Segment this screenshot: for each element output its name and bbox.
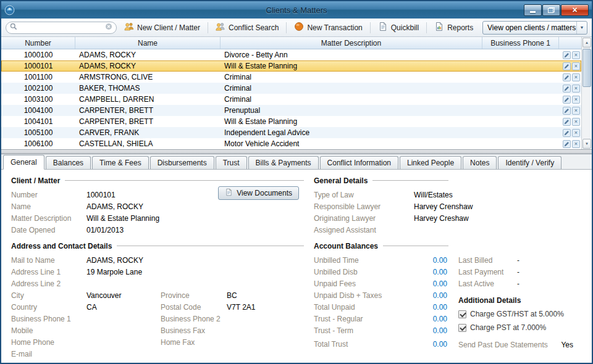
table-row[interactable]: 1002100 BAKER, THOMAS Criminal ×: [1, 83, 581, 94]
column-header-matter-description[interactable]: Matter Description: [221, 37, 482, 49]
balance-amount: 0.00: [406, 268, 447, 276]
cell-number: 1004101: [1, 117, 75, 126]
search-icon: [10, 23, 17, 32]
tab-balances[interactable]: Balances: [46, 156, 91, 169]
edit-row-button[interactable]: [563, 73, 571, 81]
view-documents-button[interactable]: View Documents: [218, 186, 299, 200]
row-actions: ×: [559, 140, 581, 148]
section-heading-general-details: General Details: [314, 175, 448, 186]
tab-time-fees[interactable]: Time & Fees: [92, 156, 149, 169]
edit-row-button[interactable]: [563, 140, 571, 148]
tab-trust[interactable]: Trust: [216, 156, 247, 169]
field-value-secondary: BC: [227, 291, 237, 300]
account-balances: Unbilled Time 0.00 Unbilled Disb 0.00 Un…: [314, 254, 583, 350]
checkbox[interactable]: [458, 310, 466, 318]
checkbox-row[interactable]: Charge PST at 7.000%: [458, 321, 577, 334]
toolbar-separator: [208, 22, 208, 33]
table-row[interactable]: 1004100 CARPENTER, BRETT Prenuptual ×: [1, 105, 581, 116]
section-heading-address: Address and Contact Details: [11, 241, 304, 251]
table-row[interactable]: 1003100 CAMPBELL, DARREN Criminal ×: [1, 94, 581, 105]
field-row: Responsible Lawyer Harvey Crenshaw: [314, 201, 583, 212]
cell-name: ADAMS, ROCKY: [75, 51, 221, 59]
conflict-search-button[interactable]: Conflict Search: [211, 20, 284, 35]
checkbox[interactable]: [458, 324, 466, 332]
search-box[interactable]: [6, 22, 117, 34]
balance-label: Trust - Regular: [314, 315, 406, 323]
column-header-name[interactable]: Name: [75, 37, 221, 49]
checkbox-rows: Charge GST/HST at 5.000% Charge PST at 7…: [458, 307, 577, 334]
edit-row-button[interactable]: [563, 85, 571, 93]
table-row[interactable]: 1004101 CARPENTER, BRETT Will & Estate P…: [1, 116, 581, 127]
quickbill-button[interactable]: Quickbill: [373, 20, 424, 35]
new-client-matter-button[interactable]: New Client / Matter: [119, 20, 205, 35]
clients-table: Number Name Matter Description Business …: [1, 37, 592, 149]
balance-row: Trust - Regular 0.00: [314, 313, 447, 325]
new-transaction-button[interactable]: New Transaction: [289, 20, 367, 35]
tab-general[interactable]: General: [3, 155, 44, 170]
tab-conflict-information[interactable]: Conflict Information: [320, 156, 398, 169]
table-row[interactable]: 1001100 ARMSTRONG, CLIVE Criminal ×: [1, 72, 581, 83]
cell-number: 1001100: [1, 73, 75, 81]
checkbox-row[interactable]: Charge GST/HST at 5.000%: [458, 307, 577, 321]
column-header-business-phone-1[interactable]: Business Phone 1: [482, 37, 559, 49]
balance-amount: 0.00: [406, 291, 447, 300]
delete-row-button[interactable]: ×: [572, 62, 580, 70]
delete-row-button[interactable]: ×: [572, 51, 580, 59]
close-button[interactable]: ×: [561, 4, 589, 16]
delete-row-button[interactable]: ×: [572, 118, 580, 126]
quickbill-icon: [378, 22, 388, 33]
restore-icon: [548, 7, 555, 13]
table-scrollbar[interactable]: ▲ ▼: [581, 37, 592, 149]
restore-button[interactable]: [542, 4, 560, 16]
delete-row-button[interactable]: ×: [572, 73, 580, 81]
scroll-up-icon[interactable]: ▲: [582, 38, 591, 48]
reports-button[interactable]: Reports: [429, 20, 478, 35]
table-row[interactable]: 1006100 CASTELLAN, SHIELA Motor Vehicle …: [1, 138, 581, 149]
clear-search-icon[interactable]: [105, 23, 112, 32]
field-label: Assigned Assistant: [314, 226, 414, 234]
delete-row-button[interactable]: ×: [572, 96, 580, 104]
edit-row-button[interactable]: [563, 118, 571, 126]
field-value: CA: [86, 303, 161, 312]
tab-bills-payments[interactable]: Bills & Payments: [248, 156, 319, 169]
tab-identify-verify[interactable]: Identify / Verify: [498, 156, 561, 169]
scrollbar-thumb[interactable]: [582, 49, 591, 87]
new-transaction-icon: [294, 22, 304, 33]
edit-row-button[interactable]: [563, 96, 571, 104]
toolbar-separator: [370, 22, 371, 33]
edit-row-button[interactable]: [563, 129, 571, 137]
delete-row-button[interactable]: ×: [572, 129, 580, 137]
delete-row-button[interactable]: ×: [572, 140, 580, 148]
column-header-number[interactable]: Number: [1, 37, 75, 49]
scrollbar-track[interactable]: [582, 48, 592, 138]
field-row: Type of Law Will/Estates: [314, 189, 583, 201]
field-label: Originating Lawyer: [314, 214, 414, 223]
edit-row-button[interactable]: [563, 62, 571, 70]
field-value: Will & Estate Planning: [86, 214, 159, 223]
delete-row-button[interactable]: ×: [572, 85, 580, 93]
scroll-down-icon[interactable]: ▼: [582, 139, 591, 149]
tab-linked-people[interactable]: Linked People: [400, 156, 461, 169]
view-filter-dropdown[interactable]: View open clients / matters ▼: [482, 21, 587, 35]
tab-disbursements[interactable]: Disbursements: [150, 156, 214, 169]
cell-name: CARVER, FRANK: [75, 128, 221, 137]
tab-notes[interactable]: Notes: [463, 156, 497, 169]
cell-matter-description: Independent Legal Advice: [221, 128, 482, 137]
minimize-button[interactable]: [524, 4, 542, 16]
delete-row-button[interactable]: ×: [572, 107, 580, 115]
cell-matter-description: Will & Estate Planning: [221, 62, 482, 70]
history-label: Last Payment: [458, 268, 517, 276]
section-heading-additional-details: Additional Details: [458, 296, 577, 305]
cell-name: ARMSTRONG, CLIVE: [75, 73, 221, 81]
table-row[interactable]: 1000101 ADAMS, ROCKY Will & Estate Plann…: [1, 60, 581, 72]
table-row[interactable]: 1005100 CARVER, FRANK Independent Legal …: [1, 127, 581, 138]
button-label: New Transaction: [307, 23, 362, 32]
edit-row-button[interactable]: [563, 107, 571, 115]
title-bar[interactable]: Clients & Matters ×: [1, 1, 592, 19]
edit-row-button[interactable]: [563, 51, 571, 59]
table-row[interactable]: 1000100 ADAMS, ROCKY Divorce - Betty Ann…: [1, 49, 581, 60]
pane-splitter[interactable]: [1, 149, 592, 154]
balance-row: Total Trust 0.00: [314, 338, 447, 350]
window-controls: ×: [524, 4, 589, 16]
search-input[interactable]: [20, 23, 103, 32]
